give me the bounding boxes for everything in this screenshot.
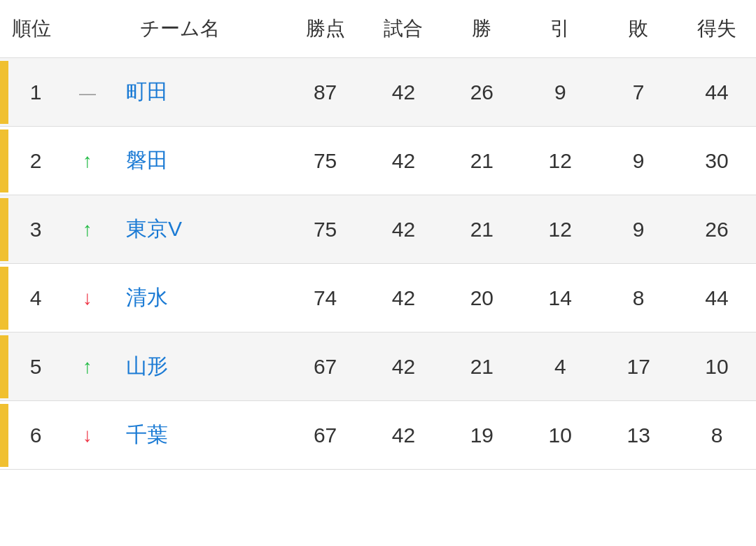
losses-value: 7 — [599, 58, 678, 127]
team-name: 東京V — [112, 195, 286, 264]
wins-value: 20 — [442, 264, 521, 332]
team-name: 山形 — [112, 332, 286, 401]
gd-value: 44 — [678, 58, 756, 127]
draws-value: 14 — [521, 264, 599, 332]
wins-value: 21 — [442, 332, 521, 401]
rank-cell: 3 — [0, 195, 63, 264]
rank-bar — [0, 335, 8, 398]
rank-number: 4 — [8, 267, 63, 330]
games-header: 試合 — [365, 0, 443, 58]
rank-bar — [0, 130, 8, 192]
trend-icon: — — [79, 83, 96, 102]
rank-number: 1 — [8, 61, 63, 124]
trend-icon: ↓ — [83, 287, 92, 309]
points-header: 勝点 — [286, 0, 365, 58]
rank-bar — [0, 61, 8, 124]
rank-bar — [0, 198, 8, 261]
table-row: 3↑東京V75422112926 — [0, 195, 756, 264]
rank-number: 6 — [8, 404, 63, 467]
points-value: 67 — [286, 332, 365, 401]
gd-value: 26 — [678, 195, 756, 264]
team-name: 磐田 — [112, 127, 286, 195]
rank-header: 順位 — [0, 0, 63, 58]
trend-cell: ↓ — [63, 264, 112, 332]
losses-value: 17 — [599, 332, 678, 401]
team-name: 清水 — [112, 264, 286, 332]
points-value: 75 — [286, 127, 365, 195]
games-value: 42 — [365, 195, 443, 264]
standings-table-container: 順位 チーム名 勝点 試合 勝 引 敗 得失 1—町田87422697442↑磐… — [0, 0, 756, 470]
wins-value: 21 — [442, 195, 521, 264]
gd-value: 8 — [678, 401, 756, 470]
rank-cell: 2 — [0, 127, 63, 195]
trend-header — [63, 0, 112, 58]
games-value: 42 — [365, 264, 443, 332]
rank-cell: 1 — [0, 58, 63, 127]
wins-value: 26 — [442, 58, 521, 127]
trend-icon: ↑ — [83, 150, 92, 172]
team-header: チーム名 — [112, 0, 286, 58]
losses-value: 13 — [599, 401, 678, 470]
trend-cell: ↓ — [63, 401, 112, 470]
table-header-row: 順位 チーム名 勝点 試合 勝 引 敗 得失 — [0, 0, 756, 58]
points-value: 67 — [286, 401, 365, 470]
points-value: 87 — [286, 58, 365, 127]
rank-cell: 6 — [0, 401, 63, 470]
gd-value: 30 — [678, 127, 756, 195]
points-value: 74 — [286, 264, 365, 332]
trend-icon: ↑ — [83, 218, 92, 240]
rank-cell: 5 — [0, 332, 63, 401]
table-row: 2↑磐田75422112930 — [0, 127, 756, 195]
draws-value: 4 — [521, 332, 599, 401]
trend-cell: — — [63, 58, 112, 127]
rank-number: 3 — [8, 198, 63, 261]
gd-value: 44 — [678, 264, 756, 332]
losses-header: 敗 — [599, 0, 678, 58]
team-name: 町田 — [112, 58, 286, 127]
trend-cell: ↑ — [63, 127, 112, 195]
wins-value: 21 — [442, 127, 521, 195]
wins-value: 19 — [442, 401, 521, 470]
games-value: 42 — [365, 401, 443, 470]
table-row: 4↓清水74422014844 — [0, 264, 756, 332]
trend-cell: ↑ — [63, 332, 112, 401]
draws-value: 9 — [521, 58, 599, 127]
losses-value: 8 — [599, 264, 678, 332]
rank-number: 5 — [8, 335, 63, 398]
draws-value: 10 — [521, 401, 599, 470]
table-row: 6↓千葉67421910138 — [0, 401, 756, 470]
gd-header: 得失 — [678, 0, 756, 58]
rank-bar — [0, 267, 8, 330]
draws-header: 引 — [521, 0, 599, 58]
standings-table: 順位 チーム名 勝点 試合 勝 引 敗 得失 1—町田87422697442↑磐… — [0, 0, 756, 470]
trend-icon: ↑ — [83, 356, 92, 377]
table-row: 1—町田8742269744 — [0, 58, 756, 127]
losses-value: 9 — [599, 195, 678, 264]
games-value: 42 — [365, 332, 443, 401]
draws-value: 12 — [521, 195, 599, 264]
games-value: 42 — [365, 58, 443, 127]
table-row: 5↑山形67422141710 — [0, 332, 756, 401]
games-value: 42 — [365, 127, 443, 195]
gd-value: 10 — [678, 332, 756, 401]
rank-cell: 4 — [0, 264, 63, 332]
draws-value: 12 — [521, 127, 599, 195]
wins-header: 勝 — [442, 0, 521, 58]
team-name: 千葉 — [112, 401, 286, 470]
rank-number: 2 — [8, 130, 63, 192]
points-value: 75 — [286, 195, 365, 264]
rank-bar — [0, 404, 8, 467]
trend-icon: ↓ — [83, 424, 92, 446]
trend-cell: ↑ — [63, 195, 112, 264]
losses-value: 9 — [599, 127, 678, 195]
